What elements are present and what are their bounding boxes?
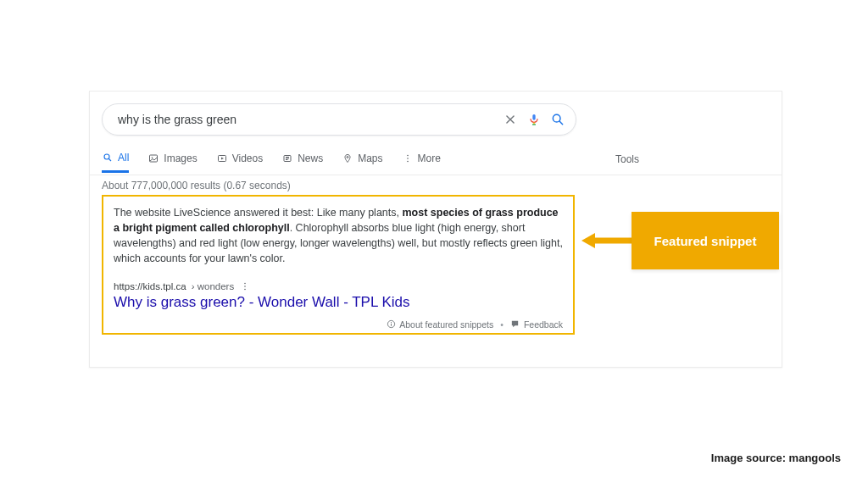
clear-icon[interactable] [501,110,520,129]
annotation-label-text: Featured snippet [654,234,757,248]
tab-label: More [418,152,441,164]
svg-point-19 [244,282,246,284]
search-bar[interactable] [102,103,576,136]
snippet-url-domain: https://kids.tpl.ca [114,281,186,291]
search-input[interactable] [116,112,496,127]
snippet-text: The website LiveScience answered it best… [114,205,563,267]
more-icon [402,152,414,164]
kebab-icon[interactable] [239,280,251,292]
snippet-footer: About featured snippets • Feedback [114,319,563,330]
svg-point-18 [407,161,409,163]
svg-point-20 [244,286,246,287]
tab-label: Images [164,152,197,164]
tab-images[interactable]: Images [147,147,197,171]
image-source-caption: Image source: mangools [711,452,841,464]
feedback-label: Feedback [524,319,563,330]
svg-line-6 [109,158,112,161]
info-icon [386,319,396,330]
snippet-title-link[interactable]: Why is grass green? - Wonder Wall - TPL … [114,294,563,311]
svg-line-4 [559,121,563,125]
videos-icon [216,152,228,164]
snippet-text-lead: The website LiveScience answered it best… [114,207,402,219]
tab-label: All [118,152,129,164]
tools-button[interactable]: Tools [615,153,639,165]
tab-more[interactable]: More [402,147,441,171]
tab-label: Videos [232,152,263,164]
tab-news[interactable]: News [281,147,323,171]
featured-snippet: The website LiveScience answered it best… [102,195,575,335]
svg-point-17 [407,158,409,159]
svg-point-21 [244,288,246,290]
news-icon [281,152,293,164]
svg-marker-26 [581,233,595,248]
annotation-label: Featured snippet [632,212,779,269]
feedback-link[interactable]: Feedback [510,319,563,330]
result-stats: About 777,000,000 results (0.67 seconds) [102,180,291,191]
svg-marker-10 [221,158,224,160]
snippet-url-path: › wonders [192,281,235,291]
tab-all[interactable]: All [102,147,129,173]
maps-icon [342,152,353,164]
svg-point-5 [104,154,109,159]
snippet-url: https://kids.tpl.ca › wonders [114,280,563,292]
about-featured-snippets-label: About featured snippets [399,319,493,330]
annotation-arrow-icon [581,231,632,250]
svg-point-8 [152,157,153,158]
voice-search-icon[interactable] [525,110,543,129]
svg-point-23 [391,322,392,323]
tab-label: Maps [358,152,382,164]
svg-rect-0 [532,114,535,120]
tabs-list: All Images Videos [102,147,441,173]
images-icon [147,152,159,164]
canvas: All Images Videos [0,0,868,488]
about-featured-snippets-link[interactable]: About featured snippets [386,319,493,330]
tabs-bar: All Images Videos [90,144,782,175]
svg-point-16 [407,155,409,157]
tab-label: News [298,152,323,164]
search-icon[interactable] [548,110,567,129]
svg-point-15 [347,157,348,158]
tab-videos[interactable]: Videos [216,147,263,171]
search-icon [102,152,114,164]
svg-rect-24 [391,324,392,326]
tab-maps[interactable]: Maps [342,147,382,171]
separator-dot: • [500,319,504,330]
feedback-icon [510,319,520,330]
